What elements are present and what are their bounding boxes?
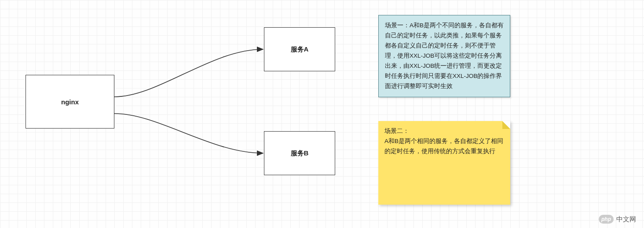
node-nginx-label: nginx bbox=[61, 98, 79, 106]
node-service-b: 服务B bbox=[264, 131, 335, 175]
logo-badge: php bbox=[599, 215, 614, 224]
logo-text: 中文网 bbox=[616, 215, 636, 224]
note-scenario-1-text: 场景一：A和B是两个不同的服务，各自都有自己的定时任务，以此类推，如果每个服务都… bbox=[385, 22, 504, 89]
node-service-a: 服务A bbox=[264, 27, 335, 71]
note-scenario-2: 场景二： A和B是两个相同的服务，各自都定义了相同的定时任务，使用传统的方式会重… bbox=[378, 121, 510, 205]
note-scenario-2-text: 场景二： A和B是两个相同的服务，各自都定义了相同的定时任务，使用传统的方式会重… bbox=[384, 128, 503, 154]
note-scenario-1: 场景一：A和B是两个不同的服务，各自都有自己的定时任务，以此类推，如果每个服务都… bbox=[378, 15, 510, 97]
node-service-a-label: 服务A bbox=[291, 45, 309, 54]
arrow-nginx-to-serviceB bbox=[114, 114, 263, 153]
node-nginx: nginx bbox=[26, 75, 114, 129]
watermark-logo: php 中文网 bbox=[599, 215, 636, 224]
arrow-nginx-to-serviceA bbox=[114, 49, 263, 97]
node-service-b-label: 服务B bbox=[291, 149, 309, 158]
